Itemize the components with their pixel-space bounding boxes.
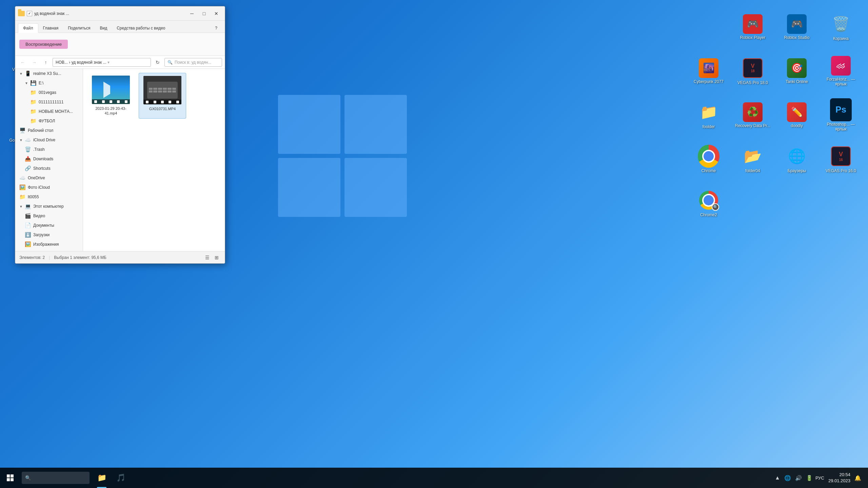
files-area: 2023-01-29 20-43-41.mp4 <box>83 69 225 251</box>
desktop-icon-label-tanki: Tanki Online <box>786 79 808 84</box>
desktop-icon-folder04[interactable]: 📂 folder04 <box>732 139 773 180</box>
svg-rect-0 <box>7 474 10 477</box>
sidebar-item-novye[interactable]: 📁 НОВЫЕ МОНТА... <box>15 107 83 116</box>
battery-icon[interactable]: 🔋 <box>805 473 814 483</box>
taskbar-date-value: 29.01.2023 <box>828 478 850 484</box>
desktop-icon-forza[interactable]: 🏎 ForzaHoriz... — ярлык <box>821 51 861 92</box>
notification-center-button[interactable]: 🔔 <box>852 472 864 484</box>
sidebar-label-futbol: ФУТБОЛ <box>39 119 55 123</box>
forward-button[interactable]: → <box>29 58 39 67</box>
desktop-icon-roblox-player[interactable]: 🎮 Roblox Player <box>732 7 773 47</box>
minimize-button[interactable]: ─ <box>186 8 198 19</box>
sidebar-item-desktop[interactable]: 🖥️ Рабочий стол <box>15 126 83 135</box>
sidebar-item-lt0055[interactable]: 📁 lt0055 <box>15 192 83 202</box>
tab-video-tools[interactable]: Средства работы с видео <box>112 24 170 33</box>
drive-icon-e: 💾 <box>30 80 37 86</box>
desktop-icon-roblox-studio[interactable]: 🎮 Roblox Studio <box>776 7 817 47</box>
up-button[interactable]: ↑ <box>41 58 51 67</box>
tab-view[interactable]: Вид <box>95 24 112 33</box>
taskbar-search[interactable]: 🔍 <box>22 472 90 484</box>
sidebar-item-futbol[interactable]: 📁 ФУТБОЛ <box>15 116 83 126</box>
keyboard-image <box>147 82 178 99</box>
sidebar-item-computer[interactable]: ▼ 💻 Этот компьютер <box>15 202 83 211</box>
maximize-button[interactable]: □ <box>198 8 210 19</box>
grid-view-button[interactable]: ⊞ <box>213 253 221 262</box>
desktop-icon-browsers[interactable]: 🌐 Браузеры <box>776 139 817 180</box>
list-view-button[interactable]: ☰ <box>203 253 211 262</box>
desktop-icon: 🖥️ <box>19 127 26 134</box>
back-button[interactable]: ← <box>18 58 27 67</box>
desktop-icon-label-photoshop: Photoshop... — ярлык <box>823 122 859 132</box>
sidebar-item-001vegas[interactable]: 📁 001vegas <box>15 88 83 97</box>
folder-icon-futbol: 📁 <box>30 118 37 124</box>
desktop-icon-foolder[interactable]: 📁 foolder <box>688 95 729 136</box>
desktop-icon-chrome[interactable]: Chrome <box>688 139 729 180</box>
file-item-2[interactable]: GX010731.MP4 <box>139 73 186 119</box>
sidebar-item-zagruzki[interactable]: ⬇️ Загрузки <box>15 230 83 240</box>
desktop-icon-label-browsers: Браузеры <box>788 168 806 173</box>
tab-home[interactable]: Главная <box>38 24 63 33</box>
desktop-icon-empty3 <box>776 183 817 224</box>
sidebar-label-video: Видео <box>33 214 45 218</box>
file-name-1: 2023-01-29 20-43-41.mp4 <box>90 106 132 116</box>
sidebar-item-shortcuts[interactable]: 🔗 Shortcuts <box>15 164 83 173</box>
sidebar-item-icloud[interactable]: ▼ ☁️ iCloud Drive <box>15 135 83 145</box>
sidebar-item-edrive[interactable]: ▼ 💾 E:\ <box>15 78 83 88</box>
roblox-studio-icon: 🎮 <box>787 14 807 34</box>
sidebar-item-docs[interactable]: 📄 Документы <box>15 221 83 230</box>
tab-file[interactable]: Файл <box>18 23 38 33</box>
desktop-icon-tanki[interactable]: 🎯 Tanki Online <box>776 51 817 92</box>
desktop-icon-recovery[interactable]: ♻️ Recovery Data Pr... <box>732 95 773 136</box>
file-item-1[interactable]: 2023-01-29 20-43-41.mp4 <box>87 73 135 119</box>
play-button[interactable]: Воспроизведение <box>19 40 68 49</box>
sidebar-label-foto-icloud: Фото iCloud <box>28 185 50 190</box>
search-box[interactable]: 🔍 Поиск в: уд водян... <box>164 58 222 67</box>
desktop-icon-cyberpunk[interactable]: 🌆 Cyberpunk 2077 <box>688 51 729 92</box>
title-bar: ✓ уд водяной знак ... ─ □ ✕ <box>15 6 225 21</box>
taskbar-clock[interactable]: 20:54 29.01.2023 <box>828 472 850 484</box>
start-button[interactable] <box>0 468 20 488</box>
tab-share[interactable]: Поделиться <box>63 24 95 33</box>
forza-icon: 🏎 <box>831 56 851 76</box>
vegas18-icon: V18 <box>742 57 764 79</box>
sidebar-item-onedrive[interactable]: ☁️ OneDrive <box>15 173 83 183</box>
chrome-icon <box>698 145 719 167</box>
address-dropdown[interactable]: ▾ <box>107 60 110 65</box>
svg-rect-2 <box>7 478 10 481</box>
keyboard-keys <box>149 88 176 93</box>
title-folder-icon <box>18 11 25 16</box>
refresh-button[interactable]: ↻ <box>153 58 162 67</box>
desktop-icon-vegas-pro-16[interactable]: V16 VEGAS Pro 16.0 <box>821 139 861 180</box>
win-logo-q3 <box>278 158 340 217</box>
tab-help[interactable]: ? <box>210 24 222 33</box>
address-path-box[interactable]: НОВ... › уд водяной знак ... ▾ <box>53 58 151 67</box>
docs-folder-icon: 📄 <box>25 222 31 228</box>
desktop-icon-chrome2[interactable]: 🔍 Chrome2 <box>688 183 729 224</box>
sidebar-item-realme[interactable]: ▼ 📱 realme X3 Su... <box>15 69 83 78</box>
desktop-icon-label-folder04: folder04 <box>745 168 760 173</box>
sidebar-item-images[interactable]: 🖼️ Изображения <box>15 240 83 249</box>
desktop-icon-doodly[interactable]: ✏️ doodly <box>776 95 817 136</box>
notification-icon-img: 🔔 <box>854 475 861 481</box>
sidebar-item-video[interactable]: 🎬 Видео <box>15 211 83 221</box>
desktop-icon-photoshop[interactable]: Ps Photoshop... — ярлык <box>821 95 861 136</box>
volume-tray-icon[interactable]: 🔊 <box>794 473 803 483</box>
language-indicator[interactable]: РУС <box>815 475 824 481</box>
sidebar-label-trash: .Trash <box>33 147 45 152</box>
sidebar-label-onedrive: OneDrive <box>28 176 45 180</box>
sidebar-item-foto-icloud[interactable]: 🖼️ Фото iCloud <box>15 183 83 192</box>
desktop-icon-vegas18[interactable]: V18 VEGAS Pro 18.0 <box>732 51 773 92</box>
close-button[interactable]: ✕ <box>211 8 222 19</box>
network-icon[interactable]: 🌐 <box>783 473 792 483</box>
recovery-icon: ♻️ <box>743 102 763 122</box>
sidebar-item-0111[interactable]: 📁 01111111111 <box>15 97 83 107</box>
taskbar-explorer-icon[interactable]: 📁 <box>92 468 111 488</box>
sidebar-item-trash[interactable]: 🗑️ .Trash <box>15 145 83 154</box>
desktop-icon-korzina[interactable]: 🗑️ Корзина <box>821 7 861 47</box>
win-logo-q1 <box>278 95 340 154</box>
taskbar-media-icon[interactable]: 🎵 <box>111 468 130 488</box>
show-desktop-icon[interactable]: ▲ <box>773 473 782 482</box>
sidebar-item-downloads[interactable]: 📥 Downloads <box>15 154 83 164</box>
doodly-icon: ✏️ <box>787 102 807 122</box>
title-checkbox[interactable]: ✓ <box>27 11 32 16</box>
